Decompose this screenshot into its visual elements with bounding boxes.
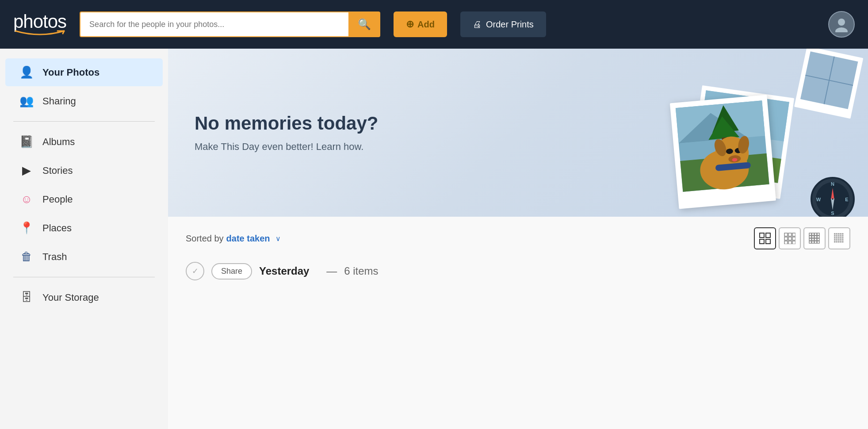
memories-subtitle[interactable]: Make This Day even better! Learn how. bbox=[195, 141, 378, 153]
share-button[interactable]: Share bbox=[211, 263, 252, 280]
svg-rect-46 bbox=[792, 237, 795, 240]
svg-point-30 bbox=[816, 182, 849, 216]
svg-point-20 bbox=[728, 155, 741, 163]
medium-grid-icon bbox=[784, 233, 795, 244]
svg-point-29 bbox=[811, 178, 854, 217]
add-plus-icon: ⊕ bbox=[406, 19, 414, 30]
order-prints-button[interactable]: 🖨 Order Prints bbox=[460, 11, 546, 37]
svg-point-23 bbox=[737, 135, 750, 154]
sort-prefix: Sorted by bbox=[186, 234, 224, 244]
avatar[interactable] bbox=[828, 11, 855, 38]
svg-rect-42 bbox=[788, 233, 792, 236]
header: photos 🔍 ⊕ Add 🖨 Order Prints bbox=[0, 0, 868, 49]
view-toggle-small[interactable] bbox=[803, 227, 826, 249]
sort-selector[interactable]: Sorted by date taken ∨ bbox=[186, 234, 281, 244]
date-dash-symbol: — bbox=[326, 265, 337, 277]
svg-rect-26 bbox=[800, 51, 858, 109]
view-toggle-medium[interactable] bbox=[779, 227, 801, 249]
date-label: Yesterday bbox=[259, 265, 309, 277]
svg-marker-13 bbox=[707, 115, 739, 140]
svg-rect-6 bbox=[733, 134, 743, 153]
date-item-count: 6 items bbox=[344, 265, 378, 277]
search-input[interactable] bbox=[80, 11, 348, 37]
svg-rect-53 bbox=[817, 233, 819, 235]
svg-rect-84 bbox=[840, 239, 842, 241]
sidebar-item-your-photos[interactable]: 👤 Your Photos bbox=[5, 58, 163, 86]
svg-rect-8 bbox=[670, 95, 776, 209]
sidebar-item-your-storage[interactable]: 🗄 Your Storage bbox=[5, 283, 163, 311]
svg-rect-52 bbox=[814, 233, 817, 235]
svg-rect-60 bbox=[814, 238, 817, 241]
check-icon: ✓ bbox=[192, 266, 199, 276]
people-icon: ☺ bbox=[19, 192, 34, 206]
svg-marker-35 bbox=[831, 188, 834, 200]
svg-marker-36 bbox=[831, 198, 834, 210]
svg-rect-74 bbox=[840, 235, 842, 237]
svg-point-21 bbox=[732, 158, 738, 162]
memories-illustration: N S W E bbox=[638, 49, 868, 217]
small-grid-icon bbox=[809, 233, 820, 244]
svg-rect-69 bbox=[840, 233, 842, 235]
svg-marker-12 bbox=[710, 104, 739, 133]
svg-rect-88 bbox=[838, 241, 840, 243]
sidebar-item-stories[interactable]: ▶ Stories bbox=[5, 157, 163, 184]
svg-rect-65 bbox=[817, 241, 819, 243]
svg-rect-77 bbox=[836, 237, 838, 239]
svg-rect-79 bbox=[840, 237, 842, 239]
svg-rect-78 bbox=[838, 237, 840, 239]
sidebar: 👤 Your Photos 👥 Sharing 📓 Albums ▶ Stori… bbox=[0, 49, 168, 429]
sort-chevron-icon: ∨ bbox=[275, 234, 281, 243]
user-icon bbox=[834, 16, 849, 32]
svg-rect-85 bbox=[842, 239, 844, 241]
svg-line-28 bbox=[805, 75, 853, 85]
view-toggle-tiny[interactable] bbox=[828, 227, 850, 249]
svg-rect-48 bbox=[788, 241, 792, 244]
search-icon: 🔍 bbox=[358, 18, 371, 31]
sharing-icon: 👥 bbox=[19, 94, 34, 108]
svg-rect-47 bbox=[784, 241, 788, 244]
view-toggle-large[interactable] bbox=[754, 227, 776, 249]
add-button[interactable]: ⊕ Add bbox=[394, 11, 447, 37]
logo[interactable]: photos bbox=[13, 12, 66, 36]
svg-point-18 bbox=[726, 148, 733, 154]
sidebar-item-places[interactable]: 📍 Places bbox=[5, 214, 163, 242]
main-content: No memories today? Make This Day even be… bbox=[168, 49, 868, 429]
sidebar-item-albums[interactable]: 📓 Albums bbox=[5, 128, 163, 156]
svg-point-1 bbox=[835, 27, 848, 32]
sidebar-item-people[interactable]: ☺ People bbox=[5, 185, 163, 213]
svg-point-17 bbox=[714, 135, 750, 171]
svg-rect-86 bbox=[834, 241, 836, 243]
svg-text:E: E bbox=[845, 197, 848, 202]
svg-rect-83 bbox=[838, 239, 840, 241]
album-icon: 📓 bbox=[19, 135, 34, 149]
svg-line-27 bbox=[824, 57, 834, 104]
date-dash bbox=[316, 265, 319, 277]
memories-title: No memories today? bbox=[195, 113, 378, 134]
date-section-yesterday: ✓ Share Yesterday — 6 items bbox=[168, 257, 868, 286]
storage-icon: 🗄 bbox=[19, 291, 34, 304]
svg-rect-55 bbox=[812, 236, 814, 238]
tiny-grid-icon bbox=[834, 233, 845, 244]
svg-rect-54 bbox=[809, 236, 811, 238]
svg-rect-15 bbox=[680, 153, 769, 192]
svg-rect-37 bbox=[760, 233, 764, 237]
places-icon: 📍 bbox=[19, 221, 34, 235]
svg-rect-49 bbox=[792, 241, 795, 244]
person-icon: 👤 bbox=[19, 65, 34, 79]
svg-rect-45 bbox=[788, 237, 792, 240]
svg-rect-66 bbox=[834, 233, 836, 235]
svg-rect-3 bbox=[695, 90, 789, 183]
sidebar-label-places: Places bbox=[42, 222, 72, 234]
select-all-checkbox[interactable]: ✓ bbox=[186, 262, 204, 280]
svg-rect-14 bbox=[722, 137, 729, 151]
sort-field: date taken bbox=[226, 234, 270, 244]
sidebar-label-your-photos: Your Photos bbox=[42, 67, 99, 78]
search-button[interactable]: 🔍 bbox=[348, 11, 380, 37]
sidebar-item-sharing[interactable]: 👥 Sharing bbox=[5, 87, 163, 115]
svg-point-0 bbox=[838, 19, 845, 26]
sidebar-item-trash[interactable]: 🗑 Trash bbox=[5, 243, 163, 271]
large-grid-icon bbox=[759, 233, 771, 244]
svg-rect-61 bbox=[817, 238, 819, 241]
printer-icon: 🖨 bbox=[473, 19, 482, 30]
add-label: Add bbox=[417, 19, 435, 30]
